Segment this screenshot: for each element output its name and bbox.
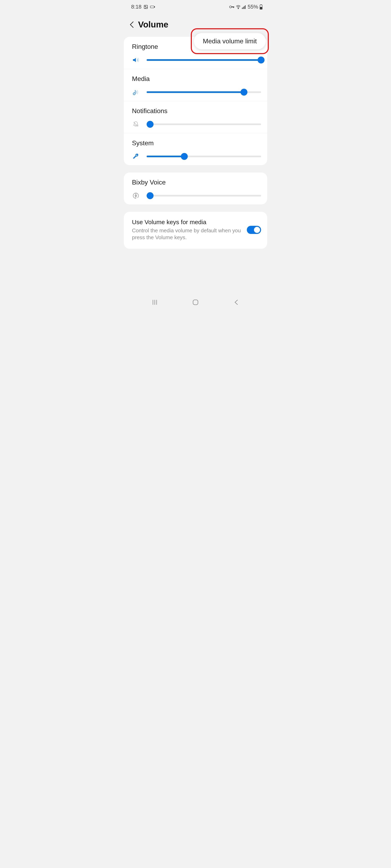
- status-bar: 8:18 55%: [122, 0, 269, 13]
- navigation-bar: [122, 291, 269, 311]
- wrench-icon: [132, 153, 140, 160]
- speaker-icon: [132, 56, 140, 64]
- media-row: Media: [124, 69, 267, 101]
- svg-rect-13: [260, 4, 262, 5]
- tutorial-highlight-box: Media volume limit: [191, 28, 269, 54]
- signal-icon: [242, 5, 246, 9]
- back-nav-button[interactable]: [231, 298, 242, 307]
- system-slider[interactable]: [147, 156, 261, 157]
- battery-small-icon: [150, 5, 155, 8]
- bixby-card: Bixby Voice: [124, 173, 267, 205]
- media-label: Media: [132, 75, 261, 83]
- wifi-icon: [236, 5, 241, 9]
- status-time: 8:18: [131, 4, 142, 10]
- svg-rect-14: [260, 7, 262, 9]
- battery-icon: [259, 4, 263, 9]
- bell-off-icon: [132, 120, 140, 128]
- media-volume-limit-menu[interactable]: Media volume limit: [194, 33, 266, 50]
- svg-rect-3: [155, 6, 155, 7]
- ringtone-slider[interactable]: [147, 59, 261, 61]
- svg-rect-8: [242, 8, 243, 9]
- notifications-row: Notifications: [124, 101, 267, 133]
- svg-point-4: [229, 6, 231, 8]
- home-button[interactable]: [190, 298, 201, 307]
- picture-icon: [144, 5, 148, 9]
- volume-sliders-card: Ringtone Media: [124, 37, 267, 165]
- svg-rect-21: [193, 300, 198, 305]
- media-slider[interactable]: [147, 91, 261, 93]
- setting-title: Use Volume keys for media: [132, 219, 243, 226]
- use-volume-keys-setting[interactable]: Use Volume keys for media Control the me…: [124, 212, 267, 249]
- svg-rect-6: [233, 6, 234, 8]
- svg-rect-10: [244, 6, 245, 9]
- bixby-row: Bixby Voice: [124, 173, 267, 205]
- svg-point-1: [145, 6, 146, 7]
- recents-button[interactable]: [149, 298, 160, 307]
- media-keys-toggle[interactable]: [247, 226, 261, 234]
- svg-point-7: [238, 8, 239, 9]
- media-keys-card: Use Volume keys for media Control the me…: [124, 212, 267, 249]
- setting-subtitle: Control the media volume by default when…: [132, 227, 243, 241]
- bixby-label: Bixby Voice: [132, 179, 261, 186]
- system-label: System: [132, 140, 261, 147]
- svg-rect-11: [245, 5, 246, 9]
- notifications-label: Notifications: [132, 107, 261, 115]
- bixby-icon: [132, 192, 140, 199]
- notifications-slider[interactable]: [147, 123, 261, 125]
- back-button[interactable]: [129, 21, 135, 29]
- bixby-slider[interactable]: [147, 195, 261, 196]
- phone-frame: 8:18 55%: [122, 0, 269, 311]
- svg-rect-9: [243, 7, 244, 9]
- page-title: Volume: [138, 20, 168, 30]
- vpn-key-icon: [229, 5, 234, 8]
- svg-rect-0: [144, 5, 147, 8]
- system-row: System: [124, 133, 267, 165]
- music-icon: [132, 88, 140, 96]
- battery-percent: 55%: [248, 4, 258, 10]
- svg-point-15: [133, 93, 135, 95]
- svg-rect-2: [150, 6, 154, 8]
- page-header: Volume Media volume limit: [122, 13, 269, 36]
